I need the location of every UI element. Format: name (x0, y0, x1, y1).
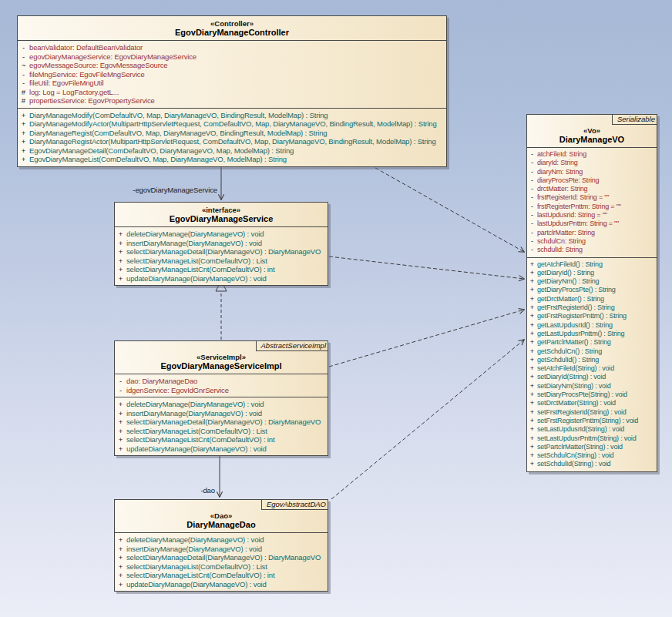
member-text: selectDiaryManageList(ComDefaultVO) : Li… (126, 257, 267, 266)
member-row: +setFrstRegisterId(String) : void (527, 408, 655, 417)
class-header: AbstractServiceImpl «ServiceImpl» EgovDi… (115, 341, 328, 374)
member-text: updateDiaryManage(DiaryManageVO) : void (126, 444, 267, 454)
visibility-symbol: + (115, 257, 126, 266)
member-text: EgovDiaryManageDetail(ComDefaultVO, Diar… (29, 146, 294, 156)
member-text: setDrctMatter(String) : void (537, 399, 616, 407)
dependency-dao-vo (331, 340, 524, 499)
member-text: frstRegisterId: String = "" (537, 193, 609, 202)
member-row: +getLastUpdusrId() : String (527, 321, 655, 330)
visibility-symbol: + (115, 571, 126, 580)
member-text: partclrMatter: String (537, 229, 595, 237)
member-row: +updateDiaryManage(DiaryManageVO) : void (115, 274, 326, 283)
visibility-symbol: + (527, 373, 537, 381)
member-text: setLastUpdusrPnttm(String) : void (537, 434, 636, 443)
member-row: +DiaryManageModify(ComDefaultVO, Map, Di… (18, 111, 445, 120)
visibility-symbol: - (527, 176, 537, 185)
stereotype-label: «Dao» (118, 511, 324, 520)
visibility-symbol: + (527, 391, 537, 399)
member-text: getDiaryProcsPte() : String (537, 286, 616, 294)
visibility-symbol: + (527, 443, 537, 451)
association-label-egovdiarymanageservice: -egovDiaryManageService (92, 186, 217, 194)
member-row: +insertDiaryManage(DiaryManageVO) : void (115, 409, 326, 418)
class-egovdiarymanageserviceimpl[interactable]: AbstractServiceImpl «ServiceImpl» EgovDi… (114, 340, 328, 456)
member-text: egovDiaryManageService: EgovDiaryManageS… (29, 52, 197, 62)
member-row: -drctMatter: String (527, 185, 655, 193)
member-row: +DiaryManageRegist(ComDefaultVO, Map, Di… (18, 129, 445, 138)
operations-compartment: +deleteDiaryManage(DiaryManageVO) : void… (115, 532, 328, 591)
stereotype-label: «ServiceImpl» (118, 353, 324, 361)
visibility-symbol: + (527, 364, 537, 373)
visibility-symbol: + (18, 155, 29, 164)
member-text: drctMatter: String (537, 185, 587, 193)
dependency-serviceimpl-vo (329, 310, 524, 367)
member-text: getPartclrMatter() : String (537, 338, 611, 347)
member-text: fileUtil: EgovFileMngUtil (29, 79, 104, 88)
member-row: -beanValidator: DefaultBeanValidator (18, 43, 445, 52)
member-text: schdulCn: String (537, 237, 586, 246)
member-row: +updateDiaryManage(DiaryManageVO) : void (115, 444, 326, 454)
class-diarymanagedao[interactable]: EgovAbstractDAO «Dao» DiaryManageDao +de… (114, 499, 328, 592)
member-text: updateDiaryManage(DiaryManageVO) : void (126, 580, 267, 589)
member-row: +getFrstRegisterPnttm() : String (527, 312, 655, 320)
operations-compartment: +deleteDiaryManage(DiaryManageVO) : void… (115, 226, 328, 285)
member-row: +selectDiaryManageDetail(DiaryManageVO) … (115, 553, 326, 562)
member-row: +selectDiaryManageDetail(DiaryManageVO) … (115, 247, 326, 257)
member-row: +DiaryManageRegistActor(MultipartHttpSer… (18, 137, 445, 146)
member-row: +setDiaryProcsPte(String) : void (527, 391, 655, 399)
visibility-symbol: + (527, 417, 537, 425)
member-row: +getSchdulId() : String (527, 356, 655, 364)
member-row: +getDiaryNm() : String (527, 277, 655, 286)
member-text: diaryId: String (537, 159, 578, 167)
parent-tag-abstractserviceimpl: AbstractServiceImpl (256, 341, 328, 351)
member-text: diaryProcsPte: String (537, 176, 599, 185)
visibility-symbol: + (527, 269, 537, 277)
association-label-dao: -dao (154, 486, 215, 495)
class-egovdiarymanageservice[interactable]: «interface» EgovDiaryManageService +dele… (114, 202, 328, 286)
member-row: -atchFileId: String (527, 150, 655, 159)
visibility-symbol: - (18, 43, 29, 52)
member-text: insertDiaryManage(DiaryManageVO) : void (126, 409, 262, 418)
member-text: getDiaryNm() : String (537, 277, 599, 286)
member-text: lastUpdusrPnttm: String = "" (537, 220, 619, 228)
attributes-compartment: -beanValidator: DefaultBeanValidator-ego… (18, 40, 446, 108)
visibility-symbol: - (18, 52, 29, 62)
class-diarymanagevo[interactable]: Serializable «Vo» DiaryManageVO -atchFil… (526, 114, 657, 472)
visibility-symbol: + (115, 435, 126, 444)
member-text: selectDiaryManageList(ComDefaultVO) : Li… (126, 562, 267, 572)
member-text: propertiesService: EgovPropertyService (29, 96, 155, 106)
visibility-symbol: + (527, 260, 537, 269)
visibility-symbol: - (527, 237, 537, 246)
visibility-symbol: - (527, 220, 537, 228)
member-text: insertDiaryManage(DiaryManageVO) : void (126, 545, 262, 554)
member-row: +deleteDiaryManage(DiaryManageVO) : void (115, 400, 326, 409)
member-text: frstRegisterPnttm: String = "" (537, 203, 621, 211)
member-row: -schdulId: String (527, 246, 655, 254)
member-text: lastUpdusrId: String = "" (537, 211, 607, 220)
class-egovdiarymanagecontroller[interactable]: «Controller» EgovDiaryManageController -… (17, 15, 447, 167)
member-row: ~egovMessageSource: EgovMessageSource (18, 61, 445, 70)
member-text: deleteDiaryManage(DiaryManageVO) : void (126, 400, 264, 409)
member-row: +setDrctMatter(String) : void (527, 399, 655, 407)
visibility-symbol: - (527, 168, 537, 176)
member-text: updateDiaryManage(DiaryManageVO) : void (126, 274, 267, 283)
member-text: schdulId: String (537, 246, 583, 254)
member-row: -diaryId: String (527, 159, 655, 167)
member-row: +selectDiaryManageList(ComDefaultVO) : L… (115, 427, 326, 436)
member-row: -frstRegisterPnttm: String = "" (527, 203, 655, 211)
member-row: +getDiaryProcsPte() : String (527, 286, 655, 294)
member-row: +selectDiaryManageList(ComDefaultVO) : L… (115, 257, 326, 266)
member-text: selectDiaryManageListCnt(ComDefaultVO) :… (126, 265, 274, 274)
member-row: +setPartclrMatter(String) : void (527, 443, 655, 451)
visibility-symbol: + (527, 347, 537, 356)
member-text: deleteDiaryManage(DiaryManageVO) : void (126, 230, 264, 239)
attributes-compartment: -atchFileId: String-diaryId: String-diar… (527, 147, 657, 257)
visibility-symbol: + (527, 460, 537, 468)
member-text: getSchdulCn() : String (537, 347, 602, 356)
member-text: setAtchFileId(String) : void (537, 364, 614, 373)
visibility-symbol: + (527, 425, 537, 434)
member-row: -egovDiaryManageService: EgovDiaryManage… (18, 52, 445, 62)
member-text: fileMngService: EgovFileMngService (29, 70, 145, 79)
class-name: DiaryManageVO (530, 135, 654, 145)
member-text: egovMessageSource: EgovMessageSource (29, 61, 167, 70)
member-text: getFrstRegisterPnttm() : String (537, 312, 627, 320)
